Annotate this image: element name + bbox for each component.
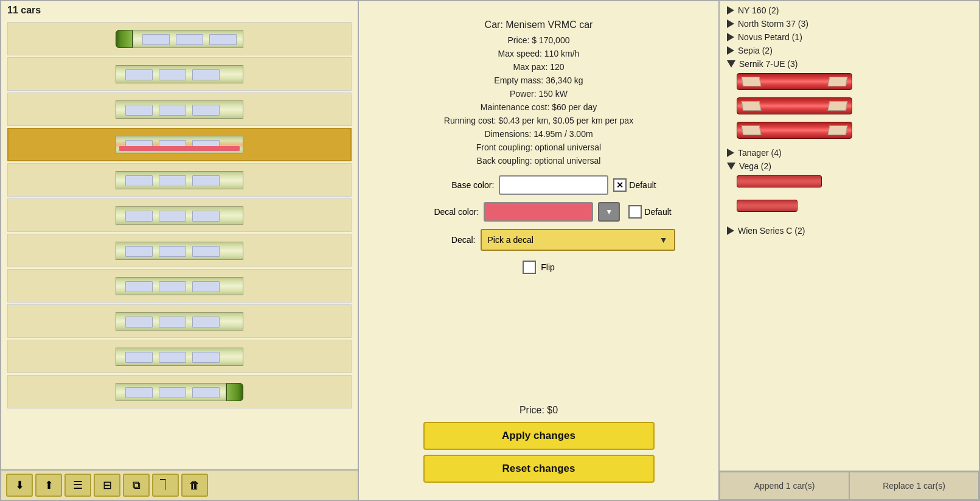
car-window [209,34,237,45]
car-window [159,69,186,80]
vehicle-group-header-7[interactable]: Wien Series C (2) [725,224,974,237]
decal-stripe [119,146,240,151]
main-layout: 11 cars ⬇⬆☰⊟⧉⏋🗑 Car: Menisem VRMC car Pr… [0,0,980,501]
collapse-icon [727,60,735,68]
car-list-item-10[interactable] [7,340,352,373]
car-window [192,317,220,328]
vehicle-group-header-0[interactable]: NY 160 (2) [725,4,974,17]
list-view-button[interactable]: ☰ [64,474,91,497]
train-visual-2 [116,63,243,86]
loco-rear [226,383,243,401]
decal-dropdown-arrow: ▼ [659,235,668,245]
move-up-button[interactable]: ⬆ [35,474,62,497]
flip-checkbox[interactable] [523,261,536,274]
vehicle-group-header-5[interactable]: Tanager (4) [725,146,974,159]
car-window [192,211,220,222]
vehicle-group-header-4[interactable]: Sernik 7-UE (3) [725,57,974,71]
car-body [116,65,243,83]
loco-front [116,30,133,48]
car-window [159,246,186,257]
paste-button[interactable]: ⏋ [152,474,179,497]
car-body [116,206,243,225]
vehicle-group-header-3[interactable]: Sepia (2) [725,44,974,57]
car-body [133,30,243,48]
vehicle-img-4-0[interactable] [737,73,962,95]
car-window [125,175,153,186]
base-color-swatch[interactable] [499,175,608,195]
replace-car-button[interactable]: Replace 1 car(s) [849,472,979,500]
car-window [159,317,186,328]
car-window [192,246,220,257]
vehicle-group-header-2[interactable]: Novus Petard (1) [725,30,974,44]
expand-icon [727,226,734,235]
car-window [192,387,220,398]
train-visual-4 [116,133,243,156]
vehicle-group-header-6[interactable]: Vega (2) [725,159,974,173]
train-visual-11 [116,380,243,404]
sernik-marking [742,101,762,111]
append-car-button[interactable]: Append 1 car(s) [720,472,849,500]
car-list-item-6[interactable] [7,198,352,232]
car-list-item-7[interactable] [7,234,352,267]
decal-default-toggle[interactable]: Default [628,205,671,219]
car-list-item-4[interactable] [7,128,352,161]
vehicle-img-4-1[interactable] [737,97,962,119]
car-window [159,352,186,363]
vehicle-group-header-1[interactable]: North Storm 37 (3) [725,17,974,30]
collapse-icon [727,163,735,170]
car-window [125,281,153,292]
move-down-button[interactable]: ⬇ [6,474,33,497]
car-list-item-3[interactable] [7,93,352,126]
car-body [116,312,243,331]
vega-car-img [737,200,798,212]
sernik-car-img [737,73,852,90]
car-list-item-1[interactable] [7,22,352,55]
car-back-coupling: Back coupling: optional universal [477,156,601,166]
apply-changes-button[interactable]: Apply changes [423,422,655,450]
base-default-checkbox[interactable]: ✕ [613,178,627,192]
vehicle-img-4-2[interactable] [737,122,962,144]
car-count: 11 cars [1,1,358,19]
sernik-car-img [737,97,852,114]
car-window [176,34,203,45]
car-list-item-11[interactable] [7,375,352,408]
vehicle-img-6-1[interactable] [737,200,962,222]
expand-icon [727,149,734,157]
decal-default-checkbox[interactable] [628,205,642,219]
bottom-toolbar: ⬇⬆☰⊟⧉⏋🗑 [1,469,358,500]
right-bottom-toolbar: Append 1 car(s) Replace 1 car(s) [720,471,979,500]
sernik-marking [742,125,762,135]
expand-icon [727,33,734,41]
color-section: Base color: ✕ Default Decal color: ▼ Def… [371,175,706,274]
decal-dropdown-value: Pick a decal [488,235,533,245]
car-price: Price: $ 170,000 [508,35,570,45]
car-dims: Dimensions: 14.95m / 3.00m [484,129,593,139]
sernik-marking-2 [828,125,848,135]
decal-color-dropdown[interactable]: ▼ [598,202,620,222]
reset-changes-button[interactable]: Reset changes [423,455,655,483]
car-list-item-2[interactable] [7,57,352,91]
decal-dropdown[interactable]: Pick a decal ▼ [481,229,675,251]
price-total: Price: $0 [520,405,558,416]
group-label: North Storm 37 (3) [738,19,808,29]
group-label: NY 160 (2) [738,5,779,15]
copy-button[interactable]: ⧉ [123,474,150,497]
car-list-item-8[interactable] [7,269,352,303]
car-window [192,352,220,363]
decal-color-swatch[interactable] [484,202,593,222]
grid-view-button[interactable]: ⊟ [94,474,120,497]
car-body-highlight [116,136,243,154]
car-list-item-9[interactable] [7,304,352,338]
car-pax: Max pax: 120 [513,62,564,72]
vehicle-img-6-0[interactable] [737,175,962,197]
car-power: Power: 150 kW [510,89,568,99]
car-list-item-5[interactable] [7,163,352,197]
car-window [159,281,186,292]
delete-button[interactable]: 🗑 [181,474,208,497]
bottom-actions: Price: $0 Apply changes Reset changes [371,405,706,494]
car-window [192,175,220,186]
train-visual-6 [116,204,243,227]
car-window [125,246,153,257]
car-title: Car: Menisem VRMC car [485,19,593,30]
base-default-toggle[interactable]: ✕ Default [613,178,656,192]
